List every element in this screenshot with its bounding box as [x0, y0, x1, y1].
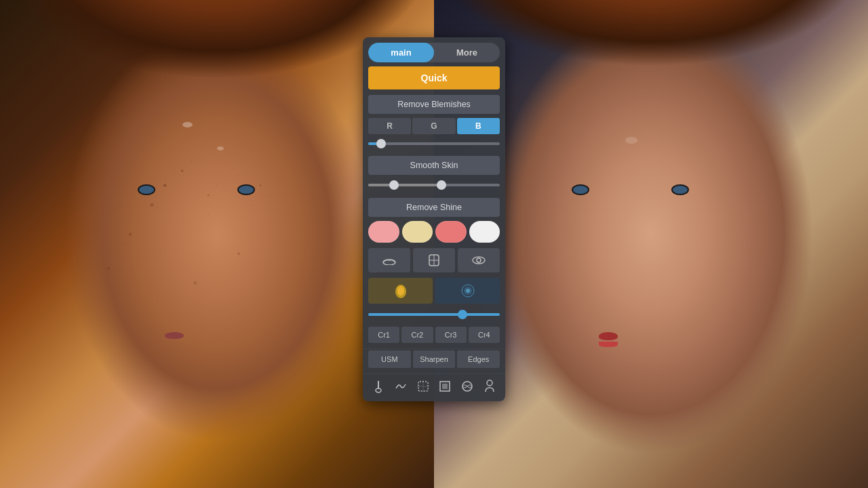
selection-icon — [417, 380, 429, 392]
blue-slider[interactable] — [368, 309, 500, 320]
brush-tool[interactable] — [368, 377, 389, 396]
quick-button[interactable]: Quick — [368, 66, 500, 89]
tab-main[interactable]: main — [368, 43, 434, 62]
teeth-icon-btn[interactable] — [413, 248, 455, 272]
tab-more[interactable]: More — [434, 43, 500, 62]
svg-point-5 — [477, 258, 481, 262]
remove-shine-header[interactable]: Remove Shine — [368, 198, 500, 217]
rgb-b-button[interactable]: B — [457, 118, 500, 134]
cr3-button[interactable]: Cr3 — [435, 327, 467, 343]
smooth-thumb-left[interactable] — [389, 180, 399, 190]
toggle-row — [368, 278, 500, 304]
person-icon — [484, 380, 495, 393]
sharpen-button[interactable]: Sharpen — [413, 350, 456, 368]
blemish-thumb[interactable] — [376, 139, 386, 148]
rgb-selector: R G B — [368, 118, 500, 134]
color-swatches — [368, 221, 500, 243]
tab-bar: main More — [368, 43, 500, 62]
blue-thumb[interactable] — [458, 310, 467, 319]
smooth-track — [368, 184, 500, 186]
lips-icon — [382, 256, 397, 265]
svg-rect-17 — [442, 384, 448, 389]
blemish-slider[interactable] — [368, 138, 500, 149]
stamp-tool[interactable] — [435, 377, 456, 396]
usm-button[interactable]: USM — [368, 350, 411, 368]
cool-icon — [460, 283, 476, 299]
rgb-g-button[interactable]: G — [412, 118, 455, 134]
action-buttons: USM Sharpen Edges — [368, 350, 500, 368]
edges-button[interactable]: Edges — [457, 350, 500, 368]
cr-buttons: Cr1 Cr2 Cr3 Cr4 — [368, 327, 500, 343]
svg-point-10 — [466, 289, 470, 293]
swatch-pink[interactable] — [368, 221, 399, 243]
swatch-beige[interactable] — [402, 221, 433, 243]
mesh-tool[interactable] — [457, 377, 477, 396]
curve-tool[interactable] — [391, 377, 411, 396]
divider-2 — [363, 373, 505, 374]
smooth-skin-header[interactable]: Smooth Skin — [368, 156, 500, 175]
swatch-coral[interactable] — [435, 221, 467, 243]
feature-icons — [368, 248, 500, 272]
panel: main More Quick Remove Blemishes R G B S… — [363, 37, 505, 401]
divider — [363, 348, 505, 349]
smooth-thumb-right[interactable] — [437, 180, 446, 190]
cr2-button[interactable]: Cr2 — [401, 327, 433, 343]
cool-toggle[interactable] — [435, 278, 500, 304]
selection-tool[interactable] — [413, 377, 433, 396]
cr1-button[interactable]: Cr1 — [368, 327, 399, 343]
curve-icon — [395, 382, 407, 391]
smooth-fill — [368, 184, 441, 186]
cr4-button[interactable]: Cr4 — [469, 327, 500, 343]
brush-icon — [373, 380, 384, 393]
lips-icon-btn[interactable] — [368, 248, 410, 272]
remove-blemishes-header[interactable]: Remove Blemishes — [368, 95, 500, 114]
swatch-white[interactable] — [469, 221, 500, 243]
person-tool[interactable] — [479, 377, 500, 396]
mesh-icon — [461, 380, 473, 392]
smooth-slider[interactable] — [368, 179, 500, 191]
teeth-icon — [428, 253, 440, 267]
rgb-r-button[interactable]: R — [368, 118, 411, 134]
stamp-icon — [439, 380, 451, 392]
svg-point-19 — [487, 380, 492, 386]
eye-icon-btn[interactable] — [458, 248, 500, 272]
blue-track — [368, 313, 500, 316]
blemish-track — [368, 142, 500, 145]
warm-toggle[interactable] — [368, 278, 433, 304]
tool-row — [368, 377, 500, 396]
warm-icon — [393, 283, 409, 299]
eye-icon — [471, 256, 486, 265]
